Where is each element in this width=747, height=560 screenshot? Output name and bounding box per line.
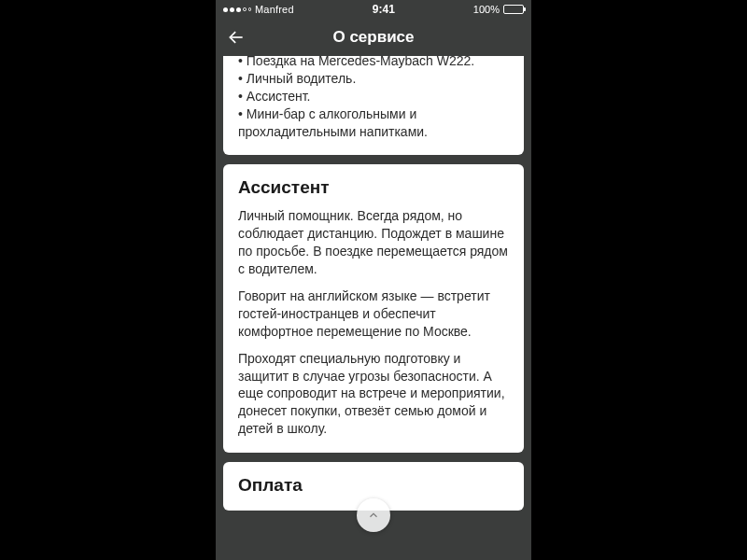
phone-screen: Manfred 9:41 100% О сервисе • Поездка на…: [216, 0, 531, 560]
card-assistant: Ассистент Личный помощник. Всегда рядом,…: [223, 164, 524, 453]
arrow-left-icon: [227, 28, 246, 47]
page-title: О сервисе: [332, 28, 414, 47]
status-bar: Manfred 9:41 100%: [216, 0, 531, 19]
list-item: • Мини-бар с алкогольными и прохладитель…: [238, 105, 509, 141]
status-left: Manfred: [223, 4, 294, 15]
card-paragraph: Проходят специальную подготовку и защити…: [238, 350, 509, 438]
carrier-label: Manfred: [255, 4, 294, 15]
list-item: • Ассистент.: [238, 88, 509, 105]
status-right: 100%: [473, 4, 524, 15]
included-list: • Поездка на Mercedes-Maybach W222. • Ли…: [238, 56, 509, 140]
list-item: • Личный водитель.: [238, 70, 509, 88]
chevron-up-icon: [367, 509, 380, 522]
card-title: Оплата: [238, 475, 509, 496]
scroll-content[interactable]: • Поездка на Mercedes-Maybach W222. • Ли…: [216, 56, 531, 560]
back-button[interactable]: [223, 24, 249, 50]
scroll-to-top-button[interactable]: [357, 498, 390, 532]
card-whats-included: • Поездка на Mercedes-Maybach W222. • Ли…: [223, 56, 524, 155]
signal-dots-icon: [223, 7, 251, 12]
card-paragraph: Личный помощник. Всегда рядом, но соблюд…: [238, 207, 509, 278]
nav-bar: О сервисе: [216, 19, 531, 56]
card-paragraph: Говорит на английском языке — встретит г…: [238, 287, 509, 341]
list-item: • Поездка на Mercedes-Maybach W222.: [238, 56, 509, 70]
status-time: 9:41: [373, 3, 395, 16]
battery-icon: [503, 5, 524, 14]
card-title: Ассистент: [238, 177, 509, 198]
battery-percent: 100%: [473, 4, 500, 15]
